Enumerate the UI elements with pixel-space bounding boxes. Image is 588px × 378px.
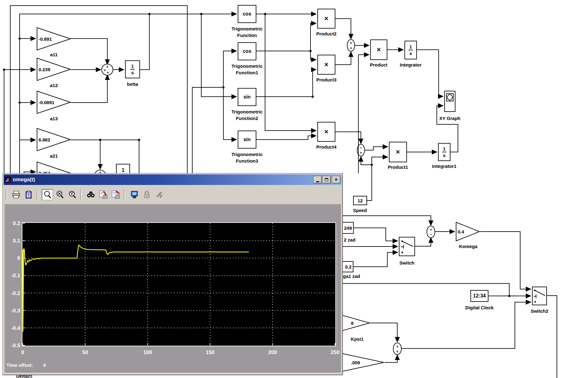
gain-kpsi1-value: 8: [351, 313, 353, 333]
svg-text:-0.2: -0.2: [11, 290, 20, 296]
gain-a12-value: 0.239: [39, 58, 50, 81]
svg-text:0.1: 0.1: [13, 238, 20, 244]
gain-komega-value: 0.4: [458, 222, 464, 241]
gain-a12[interactable]: 0.239: [37, 58, 71, 81]
sum-betta[interactable]: + + +: [101, 64, 113, 76]
sum-betta-sign-left: +: [104, 67, 106, 72]
time-offset-value: 0: [43, 362, 46, 368]
svg-text:0: 0: [21, 349, 24, 355]
frac-den: s: [131, 70, 134, 75]
gain-009-value: .009: [351, 353, 360, 372]
gain-a11[interactable]: -0.891: [37, 27, 71, 50]
gain-009[interactable]: .009: [338, 353, 385, 372]
simulink-canvas: -0.891 a11 0.239 a12 -0.0891 a13 6.882 a…: [0, 0, 588, 378]
gain-komega[interactable]: 0.4: [456, 222, 480, 241]
svg-text:150: 150: [206, 349, 214, 355]
integrator-betta-fraction: 1 s: [130, 64, 135, 75]
gain-a21[interactable]: 6.882: [37, 128, 71, 151]
sum-betta-sign-bottom: +: [107, 70, 109, 75]
gain-a11-value: -0.891: [39, 27, 52, 50]
gain-a13[interactable]: -0.0891: [37, 91, 71, 114]
frac-bar: [130, 69, 135, 70]
constant-one-value: 1: [122, 168, 124, 173]
scope-plot[interactable]: 0501001502002500.20.10-0.1-0.2-0.3-0.4-0…: [3, 173, 343, 375]
svg-text:0: 0: [17, 255, 20, 261]
svg-text:200: 200: [268, 349, 277, 355]
sum-betta-sign-top: +: [106, 64, 109, 69]
gain-a21-value: 6.882: [39, 128, 50, 151]
svg-text:0.2: 0.2: [13, 220, 20, 226]
svg-text:-0.5: -0.5: [11, 343, 20, 348]
plot-area[interactable]: [22, 223, 336, 346]
svg-text:100: 100: [143, 349, 152, 355]
svg-text:-0.1: -0.1: [11, 273, 20, 279]
gain-a13-value: -0.0891: [39, 91, 54, 114]
frac-num: 1: [131, 64, 134, 68]
svg-text:250: 250: [331, 349, 339, 355]
svg-text:-0.4: -0.4: [11, 325, 21, 331]
integrator-betta[interactable]: 1 s: [125, 60, 140, 78]
svg-text:-0.3: -0.3: [11, 308, 20, 314]
svg-text:50: 50: [82, 349, 88, 355]
scope-window[interactable]: omega(t) ×: [2, 173, 343, 375]
time-offset-label: Time offset:: [7, 362, 33, 368]
